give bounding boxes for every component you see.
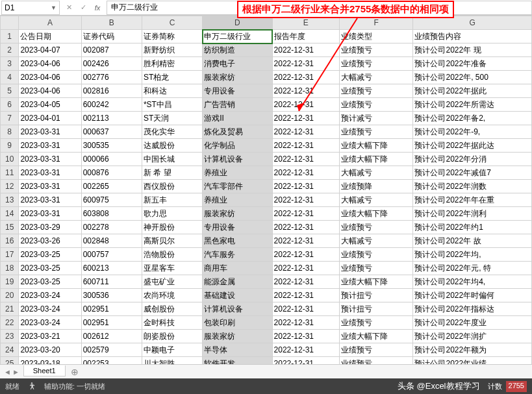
- cell[interactable]: 300535: [81, 139, 142, 153]
- cell[interactable]: 预计公司2022年均,: [413, 248, 532, 262]
- cell[interactable]: 申万二级行业: [203, 30, 272, 43]
- cell[interactable]: 专用设备: [203, 221, 272, 234]
- cell[interactable]: 证券简称: [142, 30, 202, 43]
- cell[interactable]: 业绩大幅下降: [339, 207, 413, 221]
- cell[interactable]: 盛屯矿业: [142, 275, 202, 289]
- cell[interactable]: 2023-03-26: [19, 234, 81, 248]
- cell[interactable]: 预计公司2022年 故: [413, 234, 532, 248]
- cell[interactable]: 中国长城: [142, 153, 202, 166]
- cell[interactable]: 高斯贝尔: [142, 234, 202, 248]
- cell[interactable]: 农尚环境: [142, 289, 202, 302]
- cell[interactable]: 600242: [81, 98, 142, 112]
- cell[interactable]: 业绩预亏: [339, 316, 413, 330]
- cell[interactable]: 中颖电子: [142, 343, 202, 357]
- cell[interactable]: 2022-12-31: [272, 316, 339, 330]
- cell[interactable]: 2023-03-24: [19, 289, 81, 302]
- cell[interactable]: 浩物股份: [142, 248, 202, 262]
- cell[interactable]: 大幅减亏: [339, 193, 413, 207]
- cell[interactable]: 和科达: [142, 84, 202, 98]
- row-header[interactable]: 10: [1, 153, 19, 166]
- cell[interactable]: ST柏龙: [142, 71, 202, 84]
- cell[interactable]: 预计减亏: [339, 112, 413, 125]
- cell[interactable]: 业绩大幅下降: [339, 153, 413, 166]
- col-header-a[interactable]: A: [19, 16, 81, 30]
- cell[interactable]: 2023-04-07: [19, 43, 81, 57]
- cell[interactable]: 002776: [81, 71, 142, 84]
- cell[interactable]: 2023-03-24: [19, 316, 81, 330]
- cell[interactable]: 2022-12-31: [272, 139, 339, 153]
- cell[interactable]: 预计公司2022年约1: [413, 221, 532, 234]
- cell[interactable]: 002253: [81, 357, 142, 365]
- cell[interactable]: 002612: [81, 330, 142, 343]
- cell[interactable]: 2023-04-05: [19, 98, 81, 112]
- cell[interactable]: 002278: [81, 221, 142, 234]
- row-header[interactable]: 19: [1, 275, 19, 289]
- cell[interactable]: 002951: [81, 316, 142, 330]
- cell[interactable]: 养殖业: [203, 193, 272, 207]
- cell[interactable]: 2022-12-31: [272, 207, 339, 221]
- cell[interactable]: 预计公司2022年时偏何: [413, 289, 532, 302]
- cell[interactable]: 业绩预亏: [339, 221, 413, 234]
- cell[interactable]: 预计公司2022年额为: [413, 343, 532, 357]
- cell[interactable]: 业绩预亏: [339, 98, 413, 112]
- cell[interactable]: 2022-12-31: [272, 302, 339, 316]
- cell[interactable]: 预计公司2022年备2,: [413, 112, 532, 125]
- row-header[interactable]: 5: [1, 84, 19, 98]
- cell[interactable]: 2022-12-31: [272, 262, 339, 275]
- cell[interactable]: 002265: [81, 180, 142, 193]
- cell[interactable]: 2023-03-31: [19, 166, 81, 180]
- cell[interactable]: *ST中昌: [142, 98, 202, 112]
- cell[interactable]: 2023-04-06: [19, 84, 81, 98]
- sheet-tab-1[interactable]: Sheet1: [23, 365, 66, 376]
- cell[interactable]: 2022-12-31: [272, 193, 339, 207]
- cell[interactable]: 预计公司2022年所需达: [413, 98, 532, 112]
- cell[interactable]: 业绩预降: [339, 180, 413, 193]
- row-header[interactable]: 22: [1, 316, 19, 330]
- add-sheet-button[interactable]: ⊕: [66, 367, 84, 377]
- cell[interactable]: 预计公司2022年 现: [413, 43, 532, 57]
- cell[interactable]: 2023-03-25: [19, 248, 81, 262]
- cell[interactable]: 2022-12-31: [272, 357, 339, 365]
- cell[interactable]: 证券代码: [81, 30, 142, 43]
- cell[interactable]: 业绩预告内容: [413, 30, 532, 43]
- cell[interactable]: 预计公司2022年指标达: [413, 302, 532, 316]
- cell[interactable]: 预计公司2022年据此: [413, 84, 532, 98]
- cell[interactable]: 2023-03-31: [19, 125, 81, 139]
- row-header[interactable]: 21: [1, 302, 19, 316]
- cell[interactable]: 2023-03-31: [19, 139, 81, 153]
- select-all-corner[interactable]: [1, 16, 19, 30]
- cell[interactable]: 000757: [81, 248, 142, 262]
- cell[interactable]: 2023-03-24: [19, 302, 81, 316]
- cell[interactable]: 川大智胜: [142, 357, 202, 365]
- fx-icon[interactable]: fx: [91, 1, 104, 14]
- row-header[interactable]: 9: [1, 139, 19, 153]
- cell[interactable]: 600213: [81, 262, 142, 275]
- spreadsheet-grid[interactable]: A B C D E F G 1公告日期证券代码证券简称申万二级行业报告年度业绩类…: [0, 16, 532, 364]
- cell[interactable]: 业绩大幅下降: [339, 139, 413, 153]
- cell[interactable]: 2023-03-20: [19, 343, 81, 357]
- row-header[interactable]: 17: [1, 248, 19, 262]
- cell[interactable]: 胜利精密: [142, 57, 202, 71]
- cell[interactable]: 000066: [81, 153, 142, 166]
- cell[interactable]: 神开股份: [142, 221, 202, 234]
- cell[interactable]: 预计公司2022年-9,: [413, 125, 532, 139]
- cell[interactable]: 2023-03-31: [19, 207, 81, 221]
- cell[interactable]: 2022-12-31: [272, 289, 339, 302]
- cell[interactable]: 业绩预亏: [339, 357, 413, 365]
- cell[interactable]: 业绩预亏: [339, 343, 413, 357]
- cell[interactable]: 广告营销: [203, 98, 272, 112]
- cell[interactable]: 预计公司2022年据此达: [413, 139, 532, 153]
- cell[interactable]: 游戏II: [203, 112, 272, 125]
- cell[interactable]: 预计公司2022年年在重: [413, 193, 532, 207]
- cell[interactable]: 业绩预亏: [339, 125, 413, 139]
- cell[interactable]: 金时科技: [142, 316, 202, 330]
- cell[interactable]: 朗姿股份: [142, 330, 202, 343]
- cell[interactable]: 2023-04-06: [19, 57, 81, 71]
- cell[interactable]: 600711: [81, 275, 142, 289]
- cell[interactable]: 预计公司2022年分消: [413, 153, 532, 166]
- cell[interactable]: 半导体: [203, 343, 272, 357]
- cell[interactable]: 亚星客车: [142, 262, 202, 275]
- cell[interactable]: 2022-12-31: [272, 180, 339, 193]
- cell[interactable]: 大幅减亏: [339, 166, 413, 180]
- cell[interactable]: 预计公司2022年准备: [413, 57, 532, 71]
